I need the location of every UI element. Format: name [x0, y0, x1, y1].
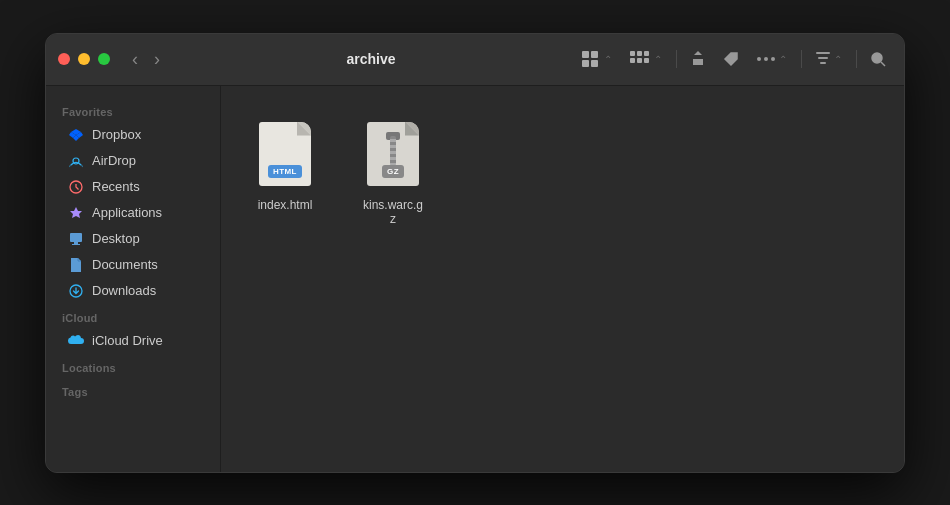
search-button[interactable] [865, 48, 892, 71]
svg-rect-0 [582, 51, 589, 58]
view-icons-button[interactable]: ⌃ [576, 47, 618, 71]
divider-3 [856, 50, 857, 68]
toolbar-right: ⌃ ⌃ [576, 47, 892, 71]
documents-icon [68, 257, 84, 273]
finder-window: ‹ › archive ⌃ [45, 33, 905, 473]
file-paper-gz: GZ [367, 122, 419, 186]
view-chevron-icon: ⌃ [604, 54, 612, 65]
applications-label: Applications [92, 205, 162, 220]
maximize-button[interactable] [98, 53, 110, 65]
sidebar-item-icloud-drive[interactable]: iCloud Drive [52, 328, 214, 354]
svg-point-12 [764, 57, 768, 61]
gz-badge: GZ [382, 165, 404, 178]
svg-rect-15 [818, 57, 828, 59]
forward-button[interactable]: › [148, 48, 166, 70]
sidebar-item-documents[interactable]: Documents [52, 252, 214, 278]
sort-chevron-icon: ⌃ [834, 54, 842, 65]
traffic-lights [58, 53, 110, 65]
svg-rect-4 [630, 51, 635, 56]
svg-rect-3 [591, 60, 598, 67]
files-grid: HTML index.html GZ kins.warc.gz [245, 110, 880, 234]
icloud-label: iCloud [46, 304, 220, 328]
nav-buttons: ‹ › [126, 48, 166, 70]
applications-icon [68, 205, 84, 221]
file-item-index-html[interactable]: HTML index.html [245, 110, 325, 234]
svg-rect-1 [591, 51, 598, 58]
tags-label: Tags [46, 378, 220, 402]
sort-button[interactable]: ⌃ [810, 48, 848, 70]
more-chevron-icon: ⌃ [779, 54, 787, 65]
svg-rect-26 [74, 242, 78, 244]
sidebar-item-downloads[interactable]: Downloads [52, 278, 214, 304]
share-button[interactable] [685, 47, 711, 71]
window-title: archive [166, 51, 576, 67]
file-icon-gz: GZ [363, 118, 423, 190]
svg-rect-5 [637, 51, 642, 56]
sidebar-item-dropbox[interactable]: Dropbox [52, 122, 214, 148]
airdrop-icon [68, 153, 84, 169]
more-button[interactable]: ⌃ [751, 50, 793, 69]
airdrop-label: AirDrop [92, 153, 136, 168]
svg-point-11 [757, 57, 761, 61]
svg-line-18 [881, 62, 885, 66]
svg-rect-14 [816, 52, 830, 54]
content-area: Favorites Dropbox [46, 86, 904, 472]
file-name-gz: kins.warc.gz [361, 198, 425, 226]
titlebar: ‹ › archive ⌃ [46, 34, 904, 86]
svg-rect-8 [637, 58, 642, 63]
icloud-icon [68, 333, 84, 349]
svg-point-10 [733, 55, 736, 58]
recents-icon [68, 179, 84, 195]
desktop-label: Desktop [92, 231, 140, 246]
html-badge: HTML [268, 165, 302, 178]
sidebar-item-recents[interactable]: Recents [52, 174, 214, 200]
svg-rect-9 [644, 58, 649, 63]
svg-rect-27 [72, 244, 80, 245]
locations-label: Locations [46, 354, 220, 378]
file-name-html: index.html [258, 198, 313, 212]
favorites-label: Favorites [46, 98, 220, 122]
back-button[interactable]: ‹ [126, 48, 144, 70]
group-view-button[interactable]: ⌃ [624, 47, 668, 71]
dropbox-icon [68, 127, 84, 143]
sidebar-item-airdrop[interactable]: AirDrop [52, 148, 214, 174]
group-chevron-icon: ⌃ [654, 54, 662, 65]
downloads-icon [68, 283, 84, 299]
minimize-button[interactable] [78, 53, 90, 65]
sidebar: Favorites Dropbox [46, 86, 221, 472]
sidebar-item-desktop[interactable]: Desktop [52, 226, 214, 252]
svg-rect-16 [820, 62, 826, 64]
close-button[interactable] [58, 53, 70, 65]
zipper-line [390, 136, 396, 166]
svg-rect-7 [630, 58, 635, 63]
tag-button[interactable] [717, 47, 745, 71]
dropbox-label: Dropbox [92, 127, 141, 142]
file-icon-html: HTML [255, 118, 315, 190]
divider-1 [676, 50, 677, 68]
svg-rect-2 [582, 60, 589, 67]
downloads-label: Downloads [92, 283, 156, 298]
svg-rect-6 [644, 51, 649, 56]
svg-rect-25 [70, 233, 82, 242]
main-content: HTML index.html GZ kins.warc.gz [221, 86, 904, 472]
documents-label: Documents [92, 257, 158, 272]
svg-point-17 [872, 53, 882, 63]
desktop-icon [68, 231, 84, 247]
file-item-kins-warc-gz[interactable]: GZ kins.warc.gz [353, 110, 433, 234]
icloud-drive-label: iCloud Drive [92, 333, 163, 348]
recents-label: Recents [92, 179, 140, 194]
svg-point-13 [771, 57, 775, 61]
sidebar-item-applications[interactable]: Applications [52, 200, 214, 226]
file-paper-html: HTML [259, 122, 311, 186]
divider-2 [801, 50, 802, 68]
